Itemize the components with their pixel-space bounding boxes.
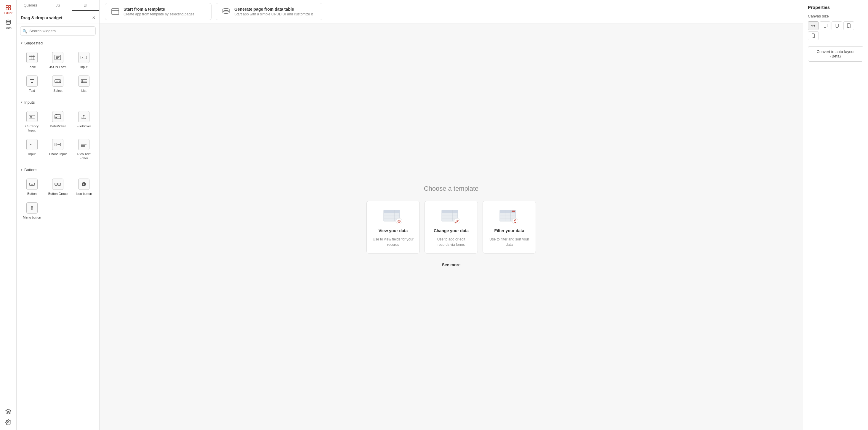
svg-rect-43 <box>58 183 61 186</box>
section-buttons-label: Buttons <box>24 168 37 172</box>
properties-panel: Properties Canvas size <box>803 0 868 430</box>
widget-rich-text[interactable]: Rich Text Editor <box>71 136 96 163</box>
widget-button-group[interactable]: Button Group <box>45 176 70 198</box>
widget-input2[interactable]: Input <box>20 136 44 163</box>
chevron-down-icon-3: ▾ <box>21 168 23 172</box>
button-group-icon <box>52 178 63 190</box>
section-inputs-header[interactable]: ▾ Inputs <box>17 98 99 106</box>
size-desktop-small-btn[interactable] <box>832 21 842 30</box>
inputs-widget-grid: $ Currency Input DatePicker <box>17 106 99 165</box>
canvas-size-label: Canvas size <box>808 14 863 19</box>
svg-rect-6 <box>29 55 35 60</box>
canvas-size-options <box>808 21 863 40</box>
svg-point-5 <box>7 422 9 423</box>
widget-datepicker[interactable]: DatePicker <box>45 108 70 135</box>
widget-select[interactable]: Select <box>45 72 70 95</box>
generate-page-subtitle: Start app with a simple CRUD UI and cust… <box>234 12 313 16</box>
svg-point-4 <box>6 20 10 22</box>
widget-input-label: Input <box>80 65 87 69</box>
widget-input[interactable]: Input <box>71 49 96 71</box>
widget-menu-button-label: Menu button <box>23 215 41 220</box>
template-option-filter[interactable]: Filter your data Use to filter and sort … <box>483 201 536 254</box>
section-buttons-header[interactable]: ▾ Buttons <box>17 165 99 173</box>
widget-icon-button[interactable]: + Icon button <box>71 176 96 198</box>
currency-icon: $ <box>26 111 38 122</box>
select-icon <box>52 75 63 87</box>
template-options: View your data Use to view fields for yo… <box>347 201 555 254</box>
svg-rect-49 <box>112 9 119 14</box>
properties-title: Properties <box>808 5 863 10</box>
size-mobile-btn[interactable] <box>808 31 818 40</box>
widget-button[interactable]: Button <box>20 176 44 198</box>
widget-list[interactable]: List <box>71 72 96 95</box>
icon-button-icon: + <box>78 178 90 190</box>
widget-phone-label: Phone Input <box>49 152 67 156</box>
convert-auto-layout-button[interactable]: Convert to auto-layout (Beta) <box>808 46 863 62</box>
search-input[interactable] <box>20 26 96 36</box>
choose-template-heading: Choose a template <box>347 185 555 193</box>
widget-list-label: List <box>82 89 87 93</box>
widget-datepicker-label: DatePicker <box>50 124 66 128</box>
suggested-widget-grid: Table JSON Form Input <box>17 46 99 98</box>
size-fluid-btn[interactable] <box>808 21 818 30</box>
widget-phone-input[interactable]: Phone Input <box>45 136 70 163</box>
sidebar-item-widgets[interactable] <box>0 406 16 417</box>
template-card-icon <box>111 7 120 16</box>
widget-select-label: Select <box>53 89 63 93</box>
json-form-icon <box>52 52 63 63</box>
widget-panel: Queries JS UI Drag & drop a widget × 🔍 ▾… <box>17 0 99 430</box>
sidebar-item-settings[interactable] <box>0 417 16 428</box>
widget-rich-text-label: Rich Text Editor <box>73 152 94 161</box>
svg-rect-0 <box>6 6 8 8</box>
see-more-button[interactable]: See more <box>438 261 464 269</box>
svg-rect-2 <box>6 8 8 10</box>
table-icon <box>26 52 38 63</box>
widget-menu-button[interactable]: Menu button <box>20 199 44 222</box>
widget-button-group-label: Button Group <box>48 192 67 196</box>
svg-point-46 <box>32 206 32 207</box>
svg-point-86 <box>813 37 813 38</box>
tab-js[interactable]: JS <box>44 0 72 11</box>
tab-queries[interactable]: Queries <box>17 0 44 11</box>
main-area: Start from a template Create app from te… <box>99 0 803 430</box>
section-suggested-header[interactable]: ▾ Suggested <box>17 38 99 46</box>
tab-ui[interactable]: UI <box>72 0 99 11</box>
close-button[interactable]: × <box>92 15 95 20</box>
start-template-subtitle: Create app from template by selecting pa… <box>124 12 194 16</box>
widget-panel-title: Drag & drop a widget <box>21 15 63 20</box>
filter-data-desc: Use to filter and sort your data <box>489 237 530 247</box>
widget-currency-label: Currency Input <box>21 124 43 133</box>
start-from-template-card[interactable]: Start from a template Create app from te… <box>105 3 212 20</box>
svg-rect-54 <box>384 210 400 213</box>
size-tablet-btn[interactable] <box>843 21 854 30</box>
size-desktop-btn[interactable] <box>820 21 830 30</box>
widget-json-form[interactable]: JSON Form <box>45 49 70 71</box>
svg-rect-1 <box>8 6 10 8</box>
change-data-icon <box>440 208 462 225</box>
svg-point-68 <box>454 218 460 224</box>
search-box: 🔍 <box>20 26 96 36</box>
widget-currency-input[interactable]: $ Currency Input <box>20 108 44 135</box>
sidebar-item-data[interactable]: Data <box>0 17 16 32</box>
widget-text[interactable]: Text <box>20 72 44 95</box>
widget-icon-button-label: Icon button <box>76 192 92 196</box>
svg-rect-63 <box>442 210 458 213</box>
svg-rect-26 <box>55 114 61 119</box>
widget-panel-header: Drag & drop a widget × <box>17 11 99 23</box>
template-option-view[interactable]: View your data Use to view fields for yo… <box>367 201 420 254</box>
start-template-text: Start from a template Create app from te… <box>124 7 194 16</box>
widget-input2-label: Input <box>28 152 36 156</box>
section-suggested-label: Suggested <box>24 41 43 45</box>
template-option-change[interactable]: Change your data Use to add or edit reco… <box>425 201 478 254</box>
filter-data-icon <box>499 208 520 225</box>
generate-page-card[interactable]: Generate page from data table Start app … <box>216 3 322 20</box>
widget-table[interactable]: Table <box>20 49 44 71</box>
widget-filepicker[interactable]: FilePicker <box>71 108 96 135</box>
richtext-icon <box>78 139 90 150</box>
button-widget-icon <box>26 178 38 190</box>
svg-rect-3 <box>8 8 10 10</box>
top-tabs: Queries JS UI <box>17 0 99 11</box>
text-icon <box>26 75 38 87</box>
sidebar-item-editor[interactable]: Editor <box>0 2 16 17</box>
list-icon <box>78 75 90 87</box>
